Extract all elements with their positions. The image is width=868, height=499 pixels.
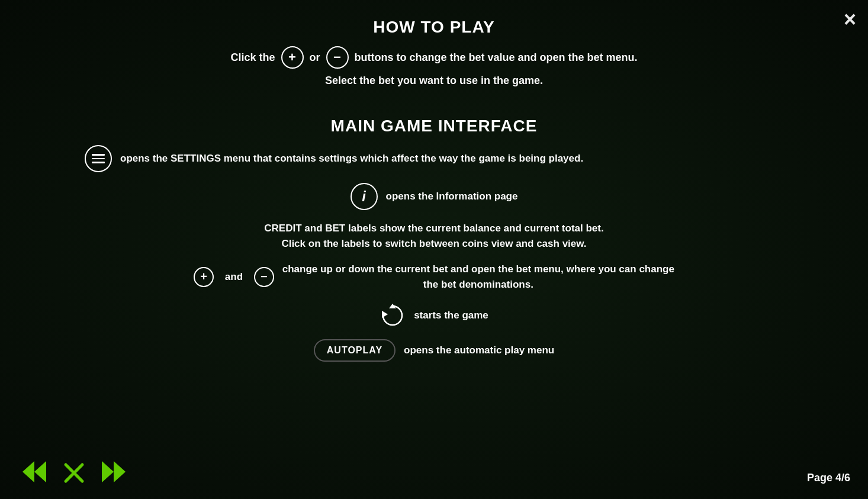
info-icon: i (351, 183, 378, 210)
plus-minus-text: change up or down the current bet and op… (282, 262, 674, 292)
nav-close-button[interactable] (58, 460, 90, 486)
svg-marker-0 (382, 311, 388, 318)
spin-text: starts the game (414, 308, 488, 323)
spin-row: starts the game (49, 302, 819, 329)
click-the-text: Click the (230, 51, 275, 64)
how-to-play-section: HOW TO PLAY Click the + or − buttons to … (230, 18, 637, 87)
credit-bet-row: CREDIT and BET labels show the current b… (49, 221, 819, 251)
minus-icon: − (326, 46, 349, 69)
autoplay-row: AUTOPLAY opens the automatic play menu (49, 339, 819, 362)
plus-icon: + (281, 46, 304, 69)
next-double-button[interactable] (95, 459, 130, 487)
hamburger-icon (85, 145, 112, 172)
navigation-buttons (18, 459, 130, 487)
how-to-play-line2: Select the bet you want to use in the ga… (230, 75, 637, 87)
hamburger-line-1 (92, 154, 105, 156)
info-row: i opens the Information page (49, 183, 819, 210)
spin-icon (380, 302, 406, 329)
svg-marker-6 (102, 461, 114, 482)
how-to-play-line1: Click the + or − buttons to change the b… (230, 46, 637, 69)
autoplay-text: opens the automatic play menu (404, 343, 554, 358)
hamburger-line-2 (92, 158, 105, 160)
buttons-text: buttons to change the bet value and open… (355, 51, 638, 64)
credit-bet-text: CREDIT and BET labels show the current b… (264, 221, 603, 251)
info-text: opens the Information page (386, 189, 518, 204)
or-text: or (310, 51, 320, 64)
svg-marker-7 (114, 461, 126, 482)
prev-double-button[interactable] (18, 459, 53, 487)
autoplay-button: AUTOPLAY (314, 339, 396, 362)
hamburger-line-3 (92, 162, 105, 163)
main-content: HOW TO PLAY Click the + or − buttons to … (0, 0, 868, 499)
svg-marker-3 (22, 461, 34, 482)
page-indicator: Page 4/6 (807, 472, 850, 484)
and-text: and (222, 269, 246, 285)
settings-text: opens the SETTINGS menu that contains se… (120, 151, 583, 166)
main-interface-section: MAIN GAME INTERFACE opens the SETTINGS m… (49, 117, 819, 372)
main-interface-title: MAIN GAME INTERFACE (49, 117, 819, 136)
minus-circle-icon: − (254, 267, 274, 287)
close-button[interactable]: × (844, 9, 856, 30)
how-to-play-title: HOW TO PLAY (230, 18, 637, 37)
plus-minus-row: + and − change up or down the current be… (49, 262, 819, 292)
plus-circle-icon: + (194, 267, 214, 287)
settings-row: opens the SETTINGS menu that contains se… (49, 145, 819, 172)
svg-marker-2 (34, 461, 46, 482)
